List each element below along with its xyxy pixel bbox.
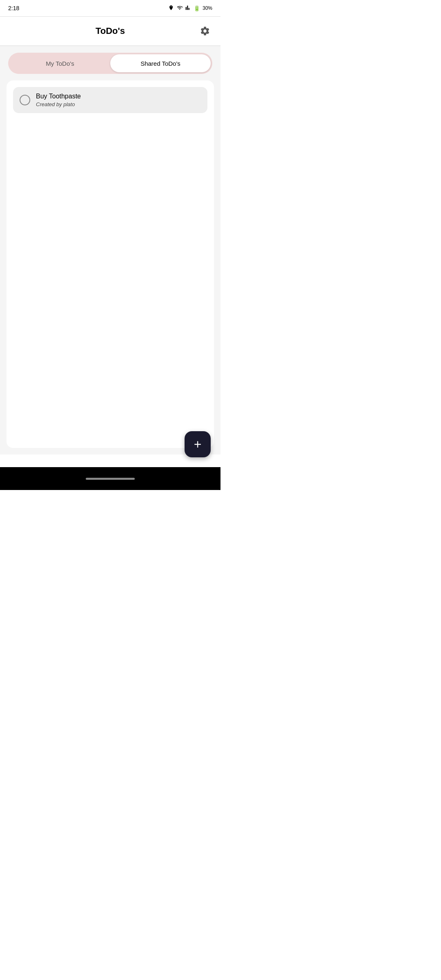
todo-checkbox[interactable]	[20, 95, 30, 105]
todo-text-block: Buy Toothpaste Created by plato	[36, 93, 81, 107]
status-icons: 🔋 30%	[168, 5, 212, 12]
tab-wrapper: My ToDo's Shared ToDo's	[8, 53, 212, 74]
status-time: 2:18	[8, 5, 19, 11]
add-todo-button[interactable]: +	[185, 431, 211, 457]
todo-title: Buy Toothpaste	[36, 93, 81, 100]
tab-my-todos[interactable]: My ToDo's	[10, 54, 110, 72]
home-indicator	[86, 478, 135, 480]
app-header: ToDo's	[0, 17, 220, 45]
content-area: Buy Toothpaste Created by plato	[0, 80, 220, 454]
wifi-icon	[176, 5, 183, 12]
battery-icon: 🔋	[194, 5, 200, 11]
add-icon: +	[194, 438, 202, 451]
tab-container: My ToDo's Shared ToDo's	[0, 46, 220, 80]
status-bar: 2:18 🔋 30%	[0, 0, 220, 16]
todo-item[interactable]: Buy Toothpaste Created by plato	[13, 87, 207, 113]
todo-subtitle: Created by plato	[36, 101, 81, 107]
bottom-nav	[0, 467, 220, 490]
tab-shared-todos[interactable]: Shared ToDo's	[110, 54, 211, 72]
todo-card-container: Buy Toothpaste Created by plato	[7, 80, 214, 448]
location-icon	[168, 5, 174, 12]
battery-level: 30%	[203, 5, 212, 11]
page-title: ToDo's	[96, 26, 125, 36]
signal-icon	[185, 5, 191, 12]
gear-icon	[200, 26, 210, 36]
settings-button[interactable]	[198, 24, 212, 38]
